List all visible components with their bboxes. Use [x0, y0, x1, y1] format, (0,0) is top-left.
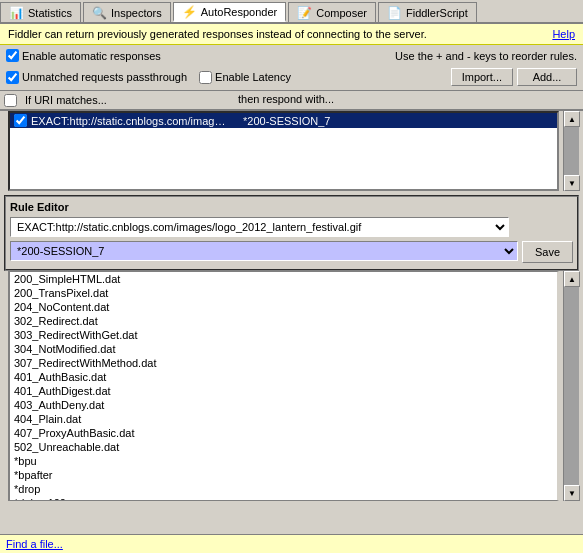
latency-label: Enable Latency: [215, 71, 291, 83]
rule-response-row: *200-SESSION_7: [10, 241, 518, 261]
hint-text: Use the + and - keys to reorder rules.: [395, 50, 577, 62]
scroll-down-arrow[interactable]: ▼: [564, 175, 580, 191]
dropdown-item[interactable]: 200_SimpleHTML.dat: [10, 272, 557, 286]
dropdown-item[interactable]: 307_RedirectWithMethod.dat: [10, 356, 557, 370]
dropdown-scroll-up[interactable]: ▲: [564, 271, 580, 287]
header-checkbox[interactable]: [4, 94, 17, 107]
dropdown-item[interactable]: *delay:100: [10, 496, 557, 501]
fiddlerscript-icon: 📄: [387, 6, 402, 20]
add-button[interactable]: Add...: [517, 68, 577, 86]
tab-autoresponder[interactable]: ⚡ AutoResponder: [173, 2, 286, 22]
enable-label: Enable automatic responses: [22, 50, 161, 62]
rule-row[interactable]: EXACT:http://static.cnblogs.com/images/l…: [10, 113, 557, 128]
tab-inspectors[interactable]: 🔍 Inspectors: [83, 2, 171, 22]
banner-text: Fiddler can return previously generated …: [8, 28, 427, 40]
tab-bar: 📊 Statistics 🔍 Inspectors ⚡ AutoResponde…: [0, 0, 583, 24]
rules-list: EXACT:http://static.cnblogs.com/images/l…: [8, 111, 559, 191]
dropdown-item[interactable]: *drop: [10, 482, 557, 496]
toolbar-row1: Enable automatic responses Use the + and…: [0, 45, 583, 66]
dropdown-item[interactable]: *bpafter: [10, 468, 557, 482]
tab-composer-label: Composer: [316, 7, 367, 19]
dropdown-item[interactable]: 200_TransPixel.dat: [10, 286, 557, 300]
tab-statistics-label: Statistics: [28, 7, 72, 19]
tab-fiddlerscript-label: FiddlerScript: [406, 7, 468, 19]
dropdown-item[interactable]: 407_ProxyAuthBasic.dat: [10, 426, 557, 440]
unmatched-label: Unmatched requests passthrough: [22, 71, 187, 83]
rule-response: *200-SESSION_7: [235, 115, 330, 127]
tab-inspectors-label: Inspectors: [111, 7, 162, 19]
toolbar-row2: Unmatched requests passthrough Enable La…: [0, 66, 583, 90]
dropdown-item[interactable]: 404_Plain.dat: [10, 412, 557, 426]
dropdown-scroll-track: [564, 287, 579, 485]
dropdown-item[interactable]: 502_Unreachable.dat: [10, 440, 557, 454]
find-label: Find a file...: [6, 538, 63, 550]
tab-composer[interactable]: 📝 Composer: [288, 2, 376, 22]
dropdown-item[interactable]: 401_AuthDigest.dat: [10, 384, 557, 398]
statistics-icon: 📊: [9, 6, 24, 20]
scroll-track: [564, 127, 579, 175]
dropdown-item[interactable]: *bpu: [10, 454, 557, 468]
enable-checkbox[interactable]: [6, 49, 19, 62]
dropdown-scrollbar[interactable]: ▲ ▼: [563, 271, 579, 501]
scroll-up-arrow[interactable]: ▲: [564, 111, 580, 127]
inspectors-icon: 🔍: [92, 6, 107, 20]
dropdown-item[interactable]: 204_NoContent.dat: [10, 300, 557, 314]
dropdown-item[interactable]: 304_NotModified.dat: [10, 342, 557, 356]
tab-fiddlerscript[interactable]: 📄 FiddlerScript: [378, 2, 477, 22]
rules-scrollbar[interactable]: ▲ ▼: [563, 111, 579, 191]
autoresponder-icon: ⚡: [182, 5, 197, 19]
col-header-response: then respond with...: [234, 92, 338, 106]
right-buttons: Import... Add...: [451, 68, 577, 86]
rule-response-combo[interactable]: *200-SESSION_7: [10, 241, 518, 261]
info-banner: Fiddler can return previously generated …: [0, 24, 583, 45]
save-button[interactable]: Save: [522, 241, 573, 263]
import-button[interactable]: Import...: [451, 68, 513, 86]
unmatched-checkbox[interactable]: [6, 71, 19, 84]
help-link[interactable]: Help: [552, 28, 575, 40]
tab-autoresponder-label: AutoResponder: [201, 6, 277, 18]
dropdown-item[interactable]: 403_AuthDeny.dat: [10, 398, 557, 412]
find-bar: Find a file...: [0, 534, 583, 553]
enable-checkbox-label[interactable]: Enable automatic responses: [6, 49, 161, 62]
column-headers: If URI matches... then respond with...: [0, 90, 583, 111]
unmatched-checkbox-label[interactable]: Unmatched requests passthrough: [6, 71, 187, 84]
dropdown-scroll-down[interactable]: ▼: [564, 485, 580, 501]
rule-editor: Rule Editor EXACT:http://static.cnblogs.…: [4, 195, 579, 271]
rule-uri-combo[interactable]: EXACT:http://static.cnblogs.com/images/l…: [10, 217, 509, 237]
rule-editor-uri-row: EXACT:http://static.cnblogs.com/images/l…: [10, 217, 573, 237]
rule-editor-title: Rule Editor: [10, 201, 573, 213]
latency-checkbox[interactable]: [199, 71, 212, 84]
rule-checkbox[interactable]: [14, 114, 27, 127]
dropdown-list[interactable]: 200_SimpleHTML.dat200_TransPixel.dat204_…: [8, 271, 559, 501]
dropdown-item[interactable]: 401_AuthBasic.dat: [10, 370, 557, 384]
dropdown-item[interactable]: 303_RedirectWithGet.dat: [10, 328, 557, 342]
composer-icon: 📝: [297, 6, 312, 20]
tab-statistics[interactable]: 📊 Statistics: [0, 2, 81, 22]
dropdown-item[interactable]: 302_Redirect.dat: [10, 314, 557, 328]
latency-checkbox-label[interactable]: Enable Latency: [199, 71, 291, 84]
col-header-uri: If URI matches...: [21, 93, 111, 107]
rule-uri: EXACT:http://static.cnblogs.com/images/l…: [31, 115, 231, 127]
